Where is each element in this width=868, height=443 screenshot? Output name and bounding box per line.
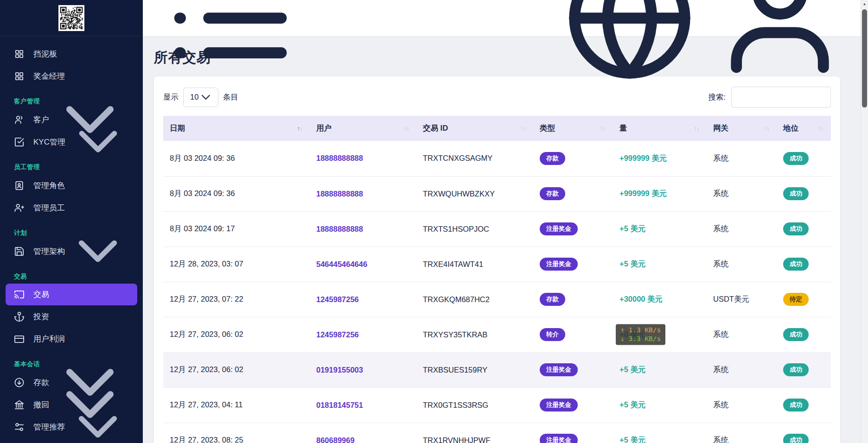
user-link[interactable]: 546445464646 — [316, 260, 367, 268]
bank-icon — [14, 399, 25, 410]
status-cell: 成功 — [777, 352, 831, 387]
type-cell: 注册奖金 — [533, 423, 613, 443]
type-badge: 注册奖金 — [540, 222, 578, 235]
column-header-type[interactable]: 类型↑↓ — [533, 116, 613, 141]
gateway-cell: 系统 — [707, 387, 777, 423]
sort-icon[interactable]: ↑↓ — [818, 125, 829, 132]
sidebar-item-invest[interactable]: 投资 — [0, 305, 143, 328]
scrollbar-thumb[interactable] — [862, 9, 867, 108]
user-link[interactable]: 18888888888 — [316, 225, 363, 233]
table-controls: 显示 10 条目 搜索: — [163, 87, 831, 108]
table-row: 12月 27, 2023, 07: 221245987256TRXGKQM687… — [163, 282, 831, 317]
type-badge: 存款 — [540, 152, 565, 165]
column-label: 量 — [619, 123, 627, 133]
type-badge: 注册奖金 — [540, 258, 578, 271]
language-globe-button[interactable] — [560, 0, 699, 88]
txid-cell: TRXBSUES159RY — [416, 352, 533, 387]
user-link[interactable]: 1245987256 — [316, 295, 359, 304]
user-link[interactable]: 860689969 — [316, 436, 355, 443]
status-cell: 待定 — [777, 282, 831, 317]
sidebar-item-manage-roles[interactable]: 管理角色 — [0, 174, 143, 196]
date-cell: 12月 27, 2023, 08: 25 — [163, 423, 310, 443]
globe-icon — [560, 0, 699, 88]
vertical-scrollbar[interactable]: ▲ — [861, 0, 868, 443]
scrollbar-up-button[interactable]: ▲ — [861, 0, 868, 8]
column-header-user[interactable]: 用户↑↓ — [310, 116, 416, 141]
sidebar-item-manage-schema[interactable]: 管理架构 — [0, 240, 143, 262]
status-cell: 成功 — [777, 387, 831, 423]
list-icon — [160, 0, 299, 88]
sort-icon[interactable]: ↑↓ — [764, 125, 774, 132]
sort-icon[interactable]: ↑↓ — [694, 125, 704, 132]
column-header-txid[interactable]: 交易 ID↑↓ — [416, 116, 533, 141]
sidebar: 挡泥板奖金经理客户管理客户KYC管理员工管理管理角色管理员工计划管理架构交易交易… — [0, 0, 143, 443]
sort-icon[interactable]: ↑↓ — [297, 125, 307, 132]
table-body: 8月 03 2024 09: 3618888888888TRXTCNXGSAGM… — [163, 141, 831, 443]
column-header-status[interactable]: 地位↑↓ — [777, 116, 831, 141]
sidebar-item-manage-staff[interactable]: 管理员工 — [0, 196, 143, 219]
txid-cell: TRXGKQM687HC2 — [416, 282, 533, 317]
amount-value: +5 美元 — [619, 224, 645, 233]
user-link[interactable]: 18888888888 — [316, 154, 363, 162]
status-badge: 成功 — [783, 328, 809, 341]
amount-cell: +5 美元 — [613, 352, 707, 387]
date-cell: 8月 03 2024 09: 36 — [163, 176, 310, 211]
table-row: 8月 03 2024 09: 3618888888888TRXTCNXGSAGM… — [163, 141, 831, 176]
sidebar-item-dashboard[interactable]: 挡泥板 — [0, 43, 143, 65]
status-badge: 成功 — [783, 222, 809, 235]
gateway-cell: USDT美元 — [707, 282, 777, 317]
table-row: 12月 27, 2023, 08: 25860689969TRX1RVNHHJP… — [163, 423, 831, 443]
table-row: 12月 27, 2023, 06: 0201919155003TRXBSUES1… — [163, 352, 831, 387]
sidebar-item-label: 管理员工 — [33, 203, 131, 213]
topbar — [143, 0, 861, 36]
save-icon — [14, 246, 25, 257]
type-cell: 注册奖金 — [533, 247, 613, 282]
search-label: 搜索: — [708, 92, 726, 102]
user-link[interactable]: 01818145751 — [316, 401, 363, 409]
user-link[interactable]: 18888888888 — [316, 190, 363, 198]
sidebar-item-label: 交易 — [33, 289, 131, 300]
user-cell: 18888888888 — [310, 211, 416, 247]
sidebar-item-kyc-management[interactable]: KYC管理 — [0, 131, 143, 153]
logo-box[interactable] — [0, 0, 143, 36]
chevron-down-icon — [198, 90, 213, 105]
user-plus-icon — [14, 203, 25, 213]
user-link[interactable]: 01919155003 — [316, 366, 363, 374]
txid-cell: TRXTS1HSOPJOC — [416, 211, 533, 247]
status-badge: 待定 — [783, 293, 809, 306]
check-square-icon — [14, 137, 25, 147]
search-input[interactable] — [731, 87, 831, 108]
amount-value: +999999 美元 — [619, 189, 667, 197]
table-header-row: 日期↑↓用户↑↓交易 ID↑↓类型↑↓量↑↓网关↑↓地位↑↓ — [163, 116, 831, 141]
id-badge-icon — [14, 180, 25, 191]
date-cell: 8月 03 2024 09: 17 — [163, 211, 310, 247]
show-label: 显示 — [163, 92, 179, 102]
status-cell: 成功 — [777, 211, 831, 247]
status-badge: 成功 — [783, 434, 809, 443]
column-header-date[interactable]: 日期↑↓ — [163, 116, 310, 141]
sliders-icon — [14, 422, 25, 432]
page-size-select[interactable]: 10 — [183, 88, 218, 107]
user-cell: 860689969 — [310, 423, 416, 443]
status-badge: 成功 — [783, 399, 809, 411]
sort-icon[interactable]: ↑↓ — [404, 125, 414, 132]
sidebar-item-label: 投资 — [33, 311, 131, 322]
sidebar-item-label: 存款 — [33, 377, 49, 388]
table-row: 12月 28, 2023, 03: 07546445464646TRXE4I4T… — [163, 247, 831, 282]
column-label: 类型 — [540, 123, 555, 133]
page-size-group: 显示 10 条目 — [163, 88, 238, 107]
status-badge: 成功 — [783, 363, 809, 376]
sidebar-item-transactions[interactable]: 交易 — [6, 284, 137, 305]
type-cell: 转介 — [533, 317, 613, 352]
sort-icon[interactable]: ↑↓ — [600, 125, 611, 132]
network-speed-overlay: ↑ 1.3 KB/s↓ 3.3 KB/s — [616, 324, 665, 345]
profile-button[interactable] — [710, 0, 849, 88]
sidebar-item-manage-referral[interactable]: 管理推荐 — [0, 416, 143, 438]
column-header-amount[interactable]: 量↑↓ — [613, 116, 707, 141]
sort-icon[interactable]: ↑↓ — [521, 125, 531, 132]
user-link[interactable]: 1245987256 — [316, 330, 359, 339]
sidebar-item-label: 管理架构 — [33, 246, 65, 257]
amount-value: +5 美元 — [619, 436, 645, 443]
column-header-gateway[interactable]: 网关↑↓ — [707, 116, 777, 141]
menu-toggle-button[interactable] — [160, 0, 299, 88]
